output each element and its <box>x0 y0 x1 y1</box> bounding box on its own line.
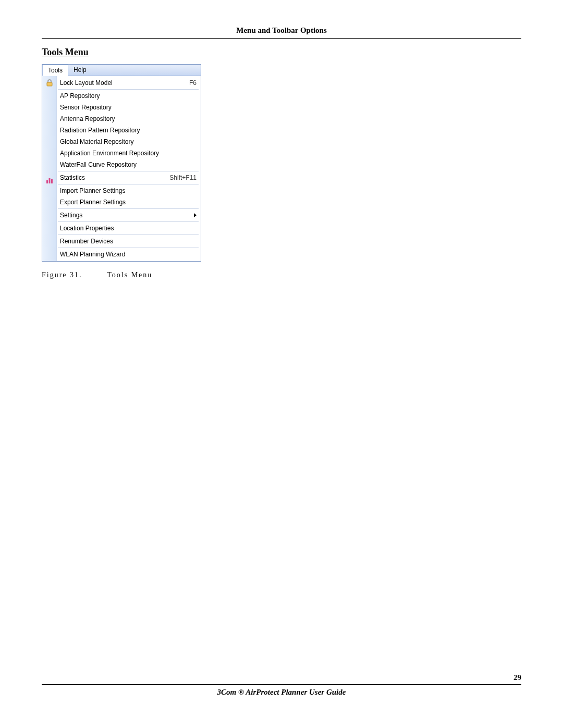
page-number: 29 <box>42 673 521 682</box>
menu-item[interactable]: Location Properties <box>57 223 201 234</box>
menubar: Tools Help <box>42 65 201 76</box>
figure-caption: Figure 31. Tools Menu <box>42 271 521 279</box>
menu-item[interactable]: Antenna Repository <box>57 113 201 125</box>
page-header: Menu and Toolbar Options <box>42 26 521 38</box>
menu-item-label: Settings <box>60 212 190 219</box>
menu-item[interactable]: AP Repository <box>57 90 201 102</box>
menu-item-accelerator: F6 <box>184 79 197 87</box>
menu-item-label: Statistics <box>60 174 164 181</box>
menu-item-label: Antenna Repository <box>60 115 197 122</box>
menu-item[interactable]: Import Planner Settings <box>57 185 201 196</box>
menu-item-label: WaterFall Curve Repository <box>60 161 197 168</box>
menu-separator <box>58 208 199 209</box>
menu-item[interactable]: Radiation Pattern Repository <box>57 125 201 136</box>
menu-item-label: Location Properties <box>60 225 197 232</box>
section-title: Tools Menu <box>42 47 521 58</box>
menu-item-label: Radiation Pattern Repository <box>60 127 197 134</box>
menu-item[interactable]: Settings <box>57 209 201 221</box>
menu-item[interactable]: StatisticsShift+F11 <box>57 172 201 183</box>
menu-item-label: Lock Layout Model <box>60 79 184 87</box>
svg-rect-1 <box>46 180 48 183</box>
submenu-arrow-icon <box>194 213 197 217</box>
menu-item-label: WLAN Planning Wizard <box>60 251 197 258</box>
page-footer: 3Com ® AirProtect Planner User Guide <box>42 685 521 697</box>
menu-item-list: Lock Layout ModelF6AP RepositorySensor R… <box>57 76 201 261</box>
menu-separator <box>58 221 199 222</box>
menubar-tab-tools[interactable]: Tools <box>42 65 68 76</box>
menu-item-label: Sensor Repository <box>60 104 197 111</box>
svg-rect-2 <box>49 178 51 183</box>
menu-item[interactable]: WLAN Planning Wizard <box>57 249 201 260</box>
menu-item[interactable]: Application Environment Repository <box>57 147 201 159</box>
svg-rect-3 <box>51 179 53 183</box>
menu-separator <box>58 248 199 248</box>
menu-item-label: Import Planner Settings <box>60 187 197 194</box>
menu-separator <box>58 184 199 184</box>
lock-icon <box>44 77 55 89</box>
figure-caption-text: Tools Menu <box>107 271 152 279</box>
menu-item[interactable]: Sensor Repository <box>57 102 201 113</box>
stats-icon <box>44 175 55 186</box>
menu-separator <box>58 235 199 235</box>
menu-item-label: AP Repository <box>60 92 197 100</box>
tools-menu-screenshot: Tools Help <box>42 64 201 262</box>
menu-item[interactable]: Export Planner Settings <box>57 196 201 208</box>
menu-item-label: Application Environment Repository <box>60 150 197 157</box>
menu-item-accelerator: Shift+F11 <box>164 174 197 181</box>
svg-rect-0 <box>47 82 52 86</box>
menubar-tab-help[interactable]: Help <box>68 65 92 76</box>
menu-icon-strip <box>42 76 57 261</box>
menu-item[interactable]: Renumber Devices <box>57 236 201 247</box>
menu-item[interactable]: Lock Layout ModelF6 <box>57 77 201 89</box>
menu-item[interactable]: WaterFall Curve Repository <box>57 159 201 170</box>
menu-item[interactable]: Global Material Repository <box>57 136 201 147</box>
menu-item-label: Global Material Repository <box>60 138 197 145</box>
menu-item-label: Export Planner Settings <box>60 199 197 206</box>
menu-separator <box>58 171 199 171</box>
menu-item-label: Renumber Devices <box>60 238 197 245</box>
menu-separator <box>58 89 199 90</box>
figure-caption-prefix: Figure 31. <box>42 271 104 279</box>
